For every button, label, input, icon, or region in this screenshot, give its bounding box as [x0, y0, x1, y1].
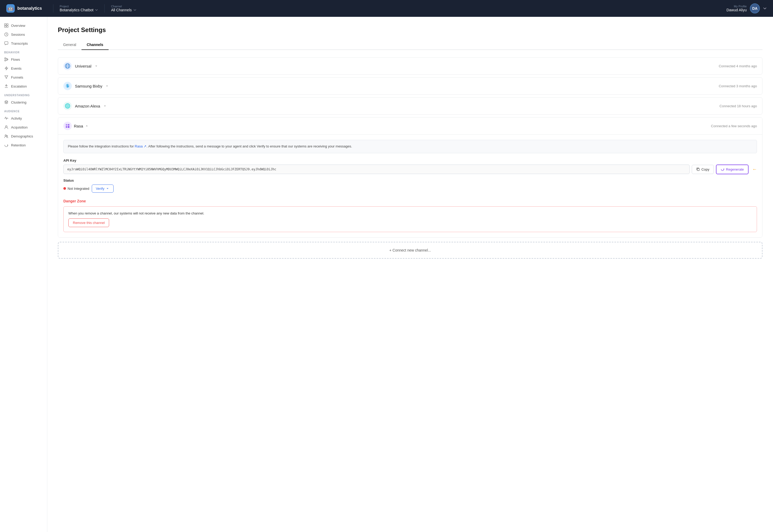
- project-chevron-icon: [95, 8, 98, 12]
- sidebar-item-demographics[interactable]: Demographics: [0, 132, 47, 141]
- page-title: Project Settings: [58, 26, 762, 34]
- svg-point-6: [5, 58, 6, 59]
- channel-alexa[interactable]: Amazon Alexa Connected 18 hours ago: [58, 97, 762, 115]
- channel-chevron-icon: [133, 8, 136, 12]
- profile-section: My Profile Dawud Aliyu DA: [726, 3, 767, 13]
- svg-rect-5: [5, 42, 8, 44]
- tab-general[interactable]: General: [58, 40, 82, 50]
- sidebar-label-clustering: Clustering: [11, 100, 27, 104]
- channel-alexa-status: Connected 18 hours ago: [720, 104, 757, 108]
- remove-channel-button[interactable]: Remove this channel: [68, 218, 109, 227]
- channel-bixby-status: Connected 3 months ago: [719, 84, 757, 88]
- channel-alexa-icon: [63, 102, 72, 110]
- sidebar-item-clustering[interactable]: Clustering: [0, 98, 47, 107]
- channel-rasa-icon: [63, 122, 72, 130]
- status-badge: Not Integrated: [63, 187, 89, 191]
- status-row: Not Integrated Verify: [63, 185, 757, 193]
- sidebar-item-acquisition[interactable]: Acquisition: [0, 123, 47, 132]
- retention-icon: [4, 143, 8, 147]
- svg-rect-21: [68, 126, 69, 128]
- copy-icon: [696, 167, 700, 171]
- copy-button[interactable]: Copy: [692, 165, 714, 174]
- channel-rasa-name: Rasa: [74, 124, 83, 128]
- sidebar-item-transcripts[interactable]: Transcripts: [0, 39, 47, 48]
- channel-rasa-status: Connected a few seconds ago: [711, 124, 757, 128]
- avatar[interactable]: DA: [750, 3, 760, 13]
- sidebar-item-sessions[interactable]: Sessions: [0, 30, 47, 39]
- sidebar-item-events[interactable]: Events: [0, 64, 47, 73]
- channel-dropdown[interactable]: Channel All Channels: [107, 3, 141, 14]
- grid-icon: [4, 23, 8, 28]
- sidebar-label-retention: Retention: [11, 143, 26, 147]
- funnel-icon: [4, 75, 8, 79]
- project-dropdown[interactable]: Project Botanalytics Chatbot: [55, 3, 102, 14]
- svg-rect-2: [4, 26, 6, 27]
- channel-bixby[interactable]: Samsung Bixby Connected 3 months ago: [58, 77, 762, 95]
- lightning-icon: [4, 66, 8, 70]
- my-profile-label: My Profile: [726, 5, 747, 8]
- tab-channels[interactable]: Channels: [82, 40, 109, 50]
- sidebar-label-activity: Activity: [11, 116, 22, 120]
- channel-bixby-left: Samsung Bixby: [63, 82, 109, 90]
- sidebar-label-sessions: Sessions: [11, 33, 25, 37]
- connect-new-label: + Connect new channel...: [389, 248, 431, 252]
- svg-rect-19: [68, 124, 69, 126]
- channel-alexa-left: Amazon Alexa: [63, 102, 106, 110]
- sidebar-item-escalation[interactable]: Escalation: [0, 82, 47, 91]
- brand-icon: 🤖: [6, 4, 15, 13]
- profile-name: Dawud Aliyu: [726, 8, 747, 12]
- sidebar-label-transcripts: Transcripts: [11, 42, 28, 45]
- connect-new-channel[interactable]: + Connect new channel...: [58, 242, 762, 259]
- settings-tabs: General Channels: [58, 40, 762, 50]
- verify-chevron-icon: [106, 187, 110, 190]
- api-key-input: eyJraWQiOil4OWRlYWZlMC04Y2IxLTRiNGYtYWM2…: [63, 165, 690, 174]
- channel-bixby-name: Samsung Bixby: [75, 84, 102, 88]
- sidebar-label-funnels: Funnels: [11, 75, 23, 79]
- sidebar-label-events: Events: [11, 67, 22, 70]
- channel-rasa-left: Rasa: [63, 122, 88, 130]
- channel-universal[interactable]: Universal Connected 4 months ago: [58, 57, 762, 75]
- regenerate-button[interactable]: Regenerate: [716, 165, 749, 174]
- sidebar-item-retention[interactable]: Retention: [0, 141, 47, 150]
- nav-divider-1: [53, 4, 53, 13]
- channel-alexa-name: Amazon Alexa: [75, 104, 100, 108]
- channel-rasa-header[interactable]: Rasa Connected a few seconds ago: [58, 117, 762, 134]
- channel-rasa-body: Please follow the integration instructio…: [58, 134, 762, 237]
- flows-icon: [4, 57, 8, 62]
- sidebar-item-activity[interactable]: Activity: [0, 114, 47, 123]
- verify-button[interactable]: Verify: [92, 185, 114, 193]
- svg-point-11: [7, 135, 8, 136]
- profile-chevron-icon[interactable]: [763, 7, 767, 10]
- svg-rect-18: [66, 124, 67, 126]
- regenerate-label: Regenerate: [726, 167, 744, 171]
- rasa-info-link[interactable]: Rasa ↗: [135, 144, 146, 148]
- channel-universal-icon: [63, 62, 72, 70]
- channel-alexa-expand-icon: [103, 104, 106, 108]
- nav-divider-2: [104, 4, 105, 13]
- top-navigation: 🤖 botanalytics Project Botanalytics Chat…: [0, 0, 773, 17]
- sidebar-item-overview[interactable]: Overview: [0, 21, 47, 30]
- sidebar-item-funnels[interactable]: Funnels: [0, 73, 47, 82]
- danger-zone-title: Danger Zone: [63, 199, 757, 203]
- api-key-row: eyJraWQiOil4OWRlYWZlMC04Y2IxLTRiNGYtYWM2…: [63, 165, 757, 174]
- escalation-icon: [4, 84, 8, 88]
- copy-label: Copy: [701, 167, 709, 171]
- channel-rasa-chevron-icon: [85, 124, 88, 127]
- sidebar-label-overview: Overview: [11, 24, 25, 28]
- channel-rasa-expanded: Rasa Connected a few seconds ago Please …: [58, 117, 762, 238]
- svg-point-9: [6, 126, 7, 127]
- svg-rect-20: [66, 126, 67, 128]
- sidebar-label-escalation: Escalation: [11, 84, 27, 88]
- regenerate-icon: [721, 167, 724, 171]
- project-label: Project: [60, 5, 98, 8]
- activity-icon: [4, 116, 8, 120]
- svg-rect-3: [7, 26, 8, 27]
- svg-rect-0: [4, 24, 6, 25]
- rasa-info-box: Please follow the integration instructio…: [63, 140, 757, 153]
- channel-universal-left: Universal: [63, 62, 98, 70]
- main-content: Project Settings General Channels Univer…: [47, 17, 773, 532]
- layers-icon: [4, 100, 8, 104]
- channel-universal-expand-icon: [95, 64, 98, 68]
- api-key-label: API Key: [63, 158, 757, 162]
- sidebar-item-flows[interactable]: Flows: [0, 55, 47, 64]
